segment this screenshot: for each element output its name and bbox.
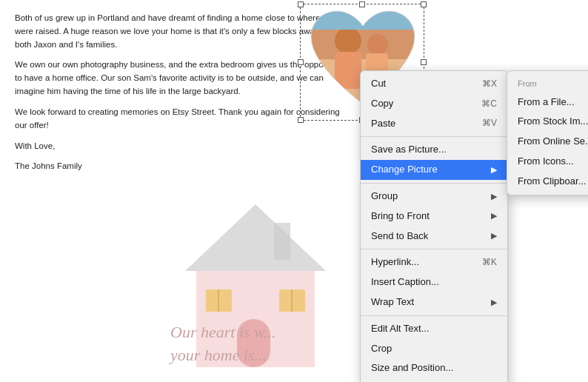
menu-label-insert-caption: Insert Caption... [371, 275, 439, 290]
handle-tr[interactable] [421, 1, 427, 7]
paragraph-5: The Johns Family [15, 160, 348, 173]
menu-item-copy[interactable]: Copy ⌘C [361, 94, 507, 114]
menu-item-crop[interactable]: Crop [361, 339, 507, 359]
arrow-icon-change-picture: ▶ [491, 164, 497, 177]
separator-3 [361, 249, 507, 249]
arrow-icon-wrap-text: ▶ [491, 296, 497, 309]
menu-item-send-to-back[interactable]: Send to Back ▶ [361, 227, 507, 247]
italic-line-2: your home is... [170, 344, 276, 367]
italic-text: Our heart is w... your home is... [170, 321, 276, 367]
menu-label-size-position: Size and Position... [371, 361, 453, 376]
submenu-item-from-file[interactable]: From a File... [507, 93, 588, 113]
submenu-item-from-clipboard[interactable]: From Clipboar... [507, 172, 588, 192]
submenu-item-from-online[interactable]: From Online Se... [507, 132, 588, 152]
menu-item-paste[interactable]: Paste ⌘V [361, 114, 507, 134]
menu-label-hyperlink: Hyperlink... [371, 255, 419, 270]
menu-item-wrap-text[interactable]: Wrap Text ▶ [361, 292, 507, 312]
menu-item-insert-caption[interactable]: Insert Caption... [361, 272, 507, 292]
menu-item-edit-alt-text[interactable]: Edit Alt Text... [361, 319, 507, 339]
svg-marker-7 [185, 204, 326, 271]
menu-label-edit-alt-text: Edit Alt Text... [371, 321, 430, 337]
menu-item-change-picture[interactable]: Change Picture ▶ [361, 160, 507, 180]
submenu-item-from-stock[interactable]: From Stock Im... [507, 112, 588, 132]
svg-point-4 [367, 34, 388, 55]
arrow-icon-send-to-back: ▶ [491, 229, 497, 243]
menu-shortcut-hyperlink: ⌘K [482, 255, 497, 269]
menu-label-crop: Crop [371, 341, 392, 357]
menu-label-copy: Copy [371, 96, 393, 112]
separator-2 [361, 183, 507, 184]
submenu-item-from-icons[interactable]: From Icons... [507, 152, 588, 172]
menu-label-paste: Paste [371, 116, 395, 132]
menu-label-change-picture: Change Picture [371, 162, 438, 178]
svg-point-2 [335, 27, 361, 54]
arrow-icon-bring-to-front: ▶ [491, 210, 497, 223]
arrow-icon-group: ▶ [491, 190, 497, 204]
submenu-label-from-clipboard: From Clipboar... [518, 174, 586, 190]
menu-label-wrap-text: Wrap Text [371, 295, 414, 310]
context-menu: Cut ⌘X Copy ⌘C Paste ⌘V Save as Picture.… [360, 70, 508, 382]
menu-item-format-picture[interactable]: Format Picture... ⇧⌘1 [361, 378, 507, 382]
menu-item-cut[interactable]: Cut ⌘X [361, 74, 507, 94]
separator-4 [361, 315, 507, 316]
menu-shortcut-paste: ⌘V [482, 116, 497, 130]
submenu-label-from-icons: From Icons... [518, 154, 574, 170]
menu-shortcut-cut: ⌘X [482, 77, 497, 91]
submenu-label-from-file: From a File... [518, 95, 575, 110]
menu-item-size-position[interactable]: Size and Position... [361, 358, 507, 378]
handle-tc[interactable] [359, 1, 365, 7]
svg-rect-14 [274, 223, 290, 260]
menu-item-group[interactable]: Group ▶ [361, 187, 507, 207]
submenu-change-picture: From From a File... From Stock Im... Fro… [507, 70, 588, 195]
menu-label-send-to-back: Send to Back [371, 229, 428, 244]
menu-label-bring-to-front: Bring to Front [371, 209, 430, 224]
submenu-from-label: From [507, 74, 588, 93]
menu-item-hyperlink[interactable]: Hyperlink... ⌘K [361, 252, 507, 272]
submenu-label-from-stock: From Stock Im... [518, 114, 588, 130]
italic-line-1: Our heart is w... [170, 321, 276, 344]
separator-1 [361, 136, 507, 137]
handle-ml[interactable] [298, 59, 304, 65]
menu-shortcut-copy: ⌘C [481, 97, 497, 111]
handle-bl[interactable] [298, 117, 304, 123]
submenu-label-from-online: From Online Se... [518, 134, 588, 150]
handle-tl[interactable] [298, 1, 304, 7]
menu-label-group: Group [371, 189, 398, 204]
menu-item-save-as-picture[interactable]: Save as Picture... [361, 140, 507, 160]
menu-label-cut: Cut [371, 76, 386, 92]
menu-label-save-as-picture: Save as Picture... [371, 142, 447, 158]
menu-item-bring-to-front[interactable]: Bring to Front ▶ [361, 207, 507, 227]
